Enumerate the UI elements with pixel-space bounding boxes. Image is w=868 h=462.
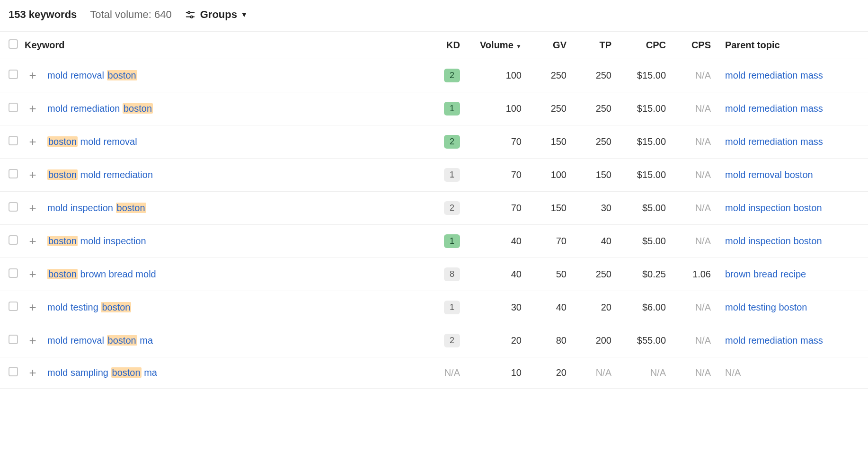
parent-topic-link[interactable]: mold removal boston — [725, 169, 813, 180]
expand-icon[interactable]: + — [27, 69, 38, 81]
highlight: boston — [111, 367, 142, 378]
sort-desc-icon: ▼ — [514, 43, 522, 50]
expand-icon[interactable]: + — [27, 102, 38, 115]
col-cps[interactable]: CPS — [672, 32, 717, 59]
parent-topic-link[interactable]: mold remediation mass — [725, 103, 823, 114]
row-checkbox[interactable] — [9, 335, 18, 344]
groups-label: Groups — [200, 9, 237, 21]
kd-badge: 8 — [444, 267, 460, 281]
row-checkbox[interactable] — [9, 202, 18, 212]
keyword-count: 153 keywords — [9, 9, 77, 21]
keyword-link[interactable]: mold inspection boston — [47, 203, 146, 213]
volume-value: 100 — [506, 103, 522, 114]
keyword-link[interactable]: mold remediation boston — [47, 103, 153, 114]
highlight: boston — [47, 136, 78, 147]
keyword-link[interactable]: mold testing boston — [47, 302, 131, 312]
kd-badge: 2 — [444, 201, 460, 215]
cpc-value: $15.00 — [637, 70, 666, 80]
expand-icon[interactable]: + — [27, 268, 38, 280]
col-parent-topic[interactable]: Parent topic — [717, 32, 868, 59]
gv-value: 70 — [556, 236, 567, 246]
expand-icon[interactable]: + — [27, 334, 38, 346]
expand-icon[interactable]: + — [27, 169, 38, 181]
parent-topic-link[interactable]: mold remediation mass — [725, 136, 823, 147]
keyword-link[interactable]: mold removal boston — [47, 70, 137, 80]
kd-badge: 2 — [444, 69, 460, 82]
keyword-link[interactable]: mold sampling boston ma — [47, 367, 157, 378]
tp-value: 250 — [596, 269, 611, 279]
table-row: +boston mold remediation170100150$15.00N… — [0, 159, 868, 192]
row-checkbox[interactable] — [9, 268, 18, 278]
parent-topic-link[interactable]: mold inspection boston — [725, 203, 822, 213]
tp-value: 150 — [596, 169, 611, 180]
summary-bar: 153 keywords Total volume: 640 Groups ▼ — [0, 0, 868, 31]
row-checkbox[interactable] — [9, 235, 18, 245]
cps-value: N/A — [695, 203, 711, 213]
highlight: boston — [101, 302, 131, 312]
expand-icon[interactable]: + — [27, 235, 38, 247]
cps-value: 1.06 — [692, 269, 711, 279]
col-gv[interactable]: GV — [527, 32, 572, 59]
expand-icon[interactable]: + — [27, 202, 38, 214]
cps-value: N/A — [695, 236, 711, 246]
gv-value: 150 — [551, 203, 567, 213]
table-row: +mold sampling boston maN/A1020N/AN/AN/A… — [0, 357, 868, 389]
kd-badge: 1 — [444, 234, 460, 248]
table-row: +mold remediation boston1100250250$15.00… — [0, 92, 868, 125]
parent-topic-link[interactable]: brown bread recipe — [725, 269, 806, 279]
tp-value: 250 — [596, 70, 611, 80]
kd-badge: 1 — [444, 102, 460, 116]
col-cpc[interactable]: CPC — [617, 32, 672, 59]
gv-value: 250 — [551, 103, 567, 114]
row-checkbox[interactable] — [9, 169, 18, 178]
table-row: +mold removal boston ma22080200$55.00N/A… — [0, 324, 868, 357]
keyword-link[interactable]: mold removal boston ma — [47, 335, 153, 346]
cpc-value: $15.00 — [637, 169, 666, 180]
table-row: +boston mold removal270150250$15.00N/Amo… — [0, 125, 868, 159]
kd-badge: 2 — [444, 135, 460, 149]
table-row: +boston brown bread mold84050250$0.251.0… — [0, 258, 868, 291]
col-volume[interactable]: Volume ▼ — [466, 32, 527, 59]
parent-topic-link[interactable]: mold testing boston — [725, 302, 807, 312]
kd-badge: 2 — [444, 334, 460, 347]
col-kd[interactable]: KD — [428, 32, 466, 59]
parent-topic-link[interactable]: mold remediation mass — [725, 70, 823, 80]
table-row: +boston mold inspection1407040$5.00N/Amo… — [0, 225, 868, 258]
tp-value: 40 — [601, 236, 611, 246]
cpc-value: $5.00 — [642, 236, 666, 246]
expand-icon[interactable]: + — [27, 366, 38, 379]
highlight: boston — [107, 70, 137, 80]
cps-value: N/A — [695, 335, 711, 346]
volume-value: 30 — [511, 302, 522, 312]
volume-value: 20 — [511, 335, 522, 346]
cpc-value: $15.00 — [637, 103, 666, 114]
cps-value: N/A — [695, 103, 711, 114]
keyword-link[interactable]: boston mold inspection — [47, 236, 146, 246]
col-tp[interactable]: TP — [572, 32, 617, 59]
col-keyword[interactable]: Keyword — [24, 32, 428, 59]
tp-value: 30 — [601, 203, 611, 213]
cps-value: N/A — [695, 136, 711, 147]
row-checkbox[interactable] — [9, 136, 18, 145]
tp-value: 200 — [596, 335, 611, 346]
volume-value: 70 — [511, 203, 522, 213]
row-checkbox[interactable] — [9, 70, 18, 79]
highlight: boston — [47, 169, 78, 180]
keyword-link[interactable]: boston mold remediation — [47, 169, 153, 180]
select-all-checkbox[interactable] — [9, 39, 18, 49]
cpc-value: $0.25 — [642, 269, 666, 279]
row-checkbox[interactable] — [9, 103, 18, 112]
gv-value: 40 — [556, 302, 567, 312]
groups-dropdown[interactable]: Groups ▼ — [185, 9, 248, 21]
gv-value: 100 — [551, 169, 567, 180]
tp-value: N/A — [596, 367, 611, 378]
parent-topic-link[interactable]: mold inspection boston — [725, 236, 822, 246]
row-checkbox[interactable] — [9, 367, 18, 376]
row-checkbox[interactable] — [9, 302, 18, 311]
volume-value: 40 — [511, 269, 522, 279]
parent-topic-link[interactable]: mold remediation mass — [725, 335, 823, 346]
expand-icon[interactable]: + — [27, 301, 38, 313]
keyword-link[interactable]: boston brown bread mold — [47, 269, 156, 279]
expand-icon[interactable]: + — [27, 135, 38, 148]
keyword-link[interactable]: boston mold removal — [47, 136, 137, 147]
